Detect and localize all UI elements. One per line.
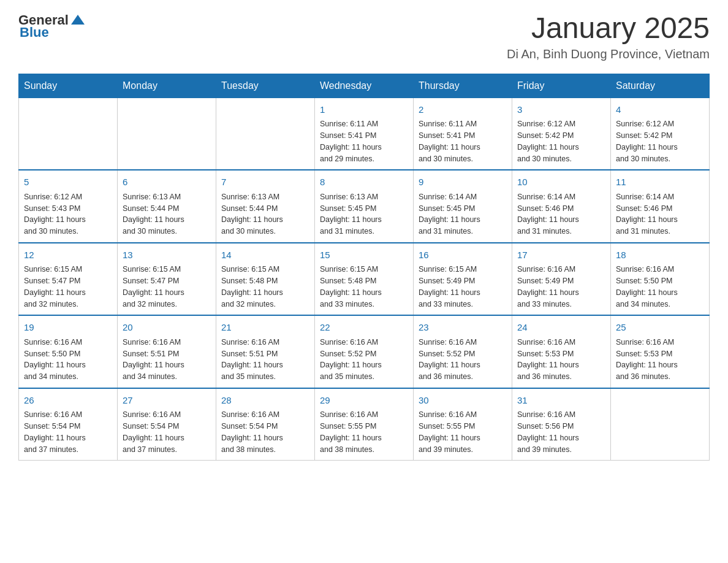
day-info-line: Sunset: 5:50 PM: [24, 348, 112, 360]
day-info-line: Sunset: 5:52 PM: [419, 348, 507, 360]
day-info-line: and 29 minutes.: [320, 153, 408, 165]
day-info-line: Daylight: 11 hours: [221, 214, 309, 226]
day-info-line: and 32 minutes.: [123, 299, 211, 310]
day-number: 18: [616, 248, 704, 262]
calendar-cell: 19Sunrise: 6:16 AMSunset: 5:50 PMDayligh…: [19, 315, 118, 388]
day-info-line: Sunrise: 6:15 AM: [221, 264, 309, 275]
day-number: 1: [320, 103, 408, 117]
day-number: 16: [419, 248, 507, 262]
day-info-line: Sunrise: 6:16 AM: [616, 264, 704, 275]
calendar-cell: 7Sunrise: 6:13 AMSunset: 5:44 PMDaylight…: [216, 170, 315, 243]
calendar-cell: 28Sunrise: 6:16 AMSunset: 5:54 PMDayligh…: [216, 388, 315, 461]
weekday-header-saturday: Saturday: [611, 74, 710, 98]
day-number: 4: [616, 103, 704, 117]
day-info-line: Daylight: 11 hours: [616, 214, 704, 226]
day-info-line: Sunset: 5:48 PM: [320, 275, 408, 287]
calendar-cell: 5Sunrise: 6:12 AMSunset: 5:43 PMDaylight…: [19, 170, 118, 243]
calendar-cell: 9Sunrise: 6:14 AMSunset: 5:45 PMDaylight…: [414, 170, 512, 243]
weekday-header-tuesday: Tuesday: [216, 74, 315, 98]
day-info-line: and 38 minutes.: [320, 444, 408, 456]
day-info-line: Daylight: 11 hours: [24, 359, 112, 371]
calendar-cell: 15Sunrise: 6:15 AMSunset: 5:48 PMDayligh…: [315, 243, 414, 316]
day-info-line: Sunset: 5:51 PM: [123, 348, 211, 360]
day-info-line: and 30 minutes.: [123, 226, 211, 237]
day-info-line: Sunset: 5:49 PM: [517, 275, 605, 287]
day-info-line: Sunrise: 6:12 AM: [24, 191, 112, 203]
day-info-line: Sunset: 5:45 PM: [419, 203, 507, 215]
day-info-line: Daylight: 11 hours: [123, 432, 211, 444]
day-info-line: and 30 minutes.: [616, 153, 704, 165]
logo: General Blue: [18, 12, 85, 40]
day-info-line: Sunset: 5:44 PM: [123, 203, 211, 215]
day-info-line: Sunrise: 6:16 AM: [419, 409, 507, 421]
day-info-line: Sunset: 5:41 PM: [320, 130, 408, 142]
day-info-line: Daylight: 11 hours: [517, 214, 605, 226]
calendar-cell: [611, 388, 710, 461]
day-info-line: Daylight: 11 hours: [123, 287, 211, 299]
day-info-line: Sunrise: 6:13 AM: [221, 191, 309, 203]
calendar-cell: 24Sunrise: 6:16 AMSunset: 5:53 PMDayligh…: [512, 315, 611, 388]
day-info-line: Sunset: 5:44 PM: [221, 203, 309, 215]
location-title: Di An, Binh Duong Province, Vietnam: [507, 47, 710, 61]
calendar-cell: 23Sunrise: 6:16 AMSunset: 5:52 PMDayligh…: [414, 315, 512, 388]
day-info-line: Sunset: 5:55 PM: [419, 421, 507, 432]
day-info-line: and 35 minutes.: [320, 371, 408, 383]
calendar-cell: 10Sunrise: 6:14 AMSunset: 5:46 PMDayligh…: [512, 170, 611, 243]
day-info-line: Sunset: 5:42 PM: [616, 130, 704, 142]
calendar-week-row: 12Sunrise: 6:15 AMSunset: 5:47 PMDayligh…: [19, 243, 710, 316]
day-info-line: Sunrise: 6:16 AM: [221, 409, 309, 421]
day-number: 25: [616, 321, 704, 335]
day-info-line: Sunset: 5:43 PM: [24, 203, 112, 215]
day-info-line: Sunrise: 6:11 AM: [419, 118, 507, 130]
day-number: 7: [221, 175, 309, 190]
day-info-line: Daylight: 11 hours: [517, 432, 605, 444]
day-info-line: Sunrise: 6:14 AM: [517, 191, 605, 203]
day-number: 15: [320, 248, 408, 262]
day-info-line: and 34 minutes.: [123, 371, 211, 383]
day-info-line: Daylight: 11 hours: [221, 432, 309, 444]
calendar-week-row: 1Sunrise: 6:11 AMSunset: 5:41 PMDaylight…: [19, 98, 710, 170]
calendar-cell: 16Sunrise: 6:15 AMSunset: 5:49 PMDayligh…: [414, 243, 512, 316]
day-info-line: Daylight: 11 hours: [320, 287, 408, 299]
day-info-line: and 30 minutes.: [24, 226, 112, 237]
day-number: 22: [320, 321, 408, 335]
day-info-line: and 32 minutes.: [221, 299, 309, 310]
day-info-line: Sunrise: 6:16 AM: [517, 337, 605, 348]
day-info-line: and 31 minutes.: [616, 226, 704, 237]
day-info-line: and 30 minutes.: [517, 153, 605, 165]
day-info-line: and 33 minutes.: [320, 299, 408, 310]
day-info-line: Sunrise: 6:16 AM: [320, 409, 408, 421]
day-info-line: and 39 minutes.: [517, 444, 605, 456]
day-info-line: Sunset: 5:41 PM: [419, 130, 507, 142]
day-number: 31: [517, 394, 605, 408]
day-info-line: Daylight: 11 hours: [419, 214, 507, 226]
day-info-line: Sunset: 5:48 PM: [221, 275, 309, 287]
calendar-cell: 26Sunrise: 6:16 AMSunset: 5:54 PMDayligh…: [19, 388, 118, 461]
day-info-line: Sunset: 5:54 PM: [221, 421, 309, 432]
day-info-line: Sunset: 5:54 PM: [24, 421, 112, 432]
day-info-line: and 32 minutes.: [24, 299, 112, 310]
title-area: January 2025 Di An, Binh Duong Province,…: [507, 12, 710, 61]
day-info-line: Sunset: 5:45 PM: [320, 203, 408, 215]
day-info-line: Sunrise: 6:16 AM: [221, 337, 309, 348]
day-info-line: and 37 minutes.: [24, 444, 112, 456]
day-number: 6: [123, 175, 211, 190]
day-info-line: Sunrise: 6:16 AM: [123, 337, 211, 348]
day-info-line: Daylight: 11 hours: [517, 287, 605, 299]
day-number: 5: [24, 175, 112, 190]
day-info-line: and 33 minutes.: [419, 299, 507, 310]
day-info-line: Sunrise: 6:16 AM: [419, 337, 507, 348]
day-info-line: and 30 minutes.: [221, 226, 309, 237]
day-info-line: and 31 minutes.: [320, 226, 408, 237]
day-number: 26: [24, 394, 112, 408]
day-info-line: Daylight: 11 hours: [517, 359, 605, 371]
day-number: 2: [419, 103, 507, 117]
day-info-line: Sunrise: 6:16 AM: [320, 337, 408, 348]
day-info-line: and 31 minutes.: [419, 226, 507, 237]
day-number: 30: [419, 394, 507, 408]
day-info-line: Daylight: 11 hours: [320, 359, 408, 371]
day-info-line: Sunrise: 6:15 AM: [419, 264, 507, 275]
day-info-line: Sunrise: 6:16 AM: [24, 337, 112, 348]
day-info-line: Sunrise: 6:16 AM: [517, 409, 605, 421]
day-info-line: Sunset: 5:46 PM: [616, 203, 704, 215]
